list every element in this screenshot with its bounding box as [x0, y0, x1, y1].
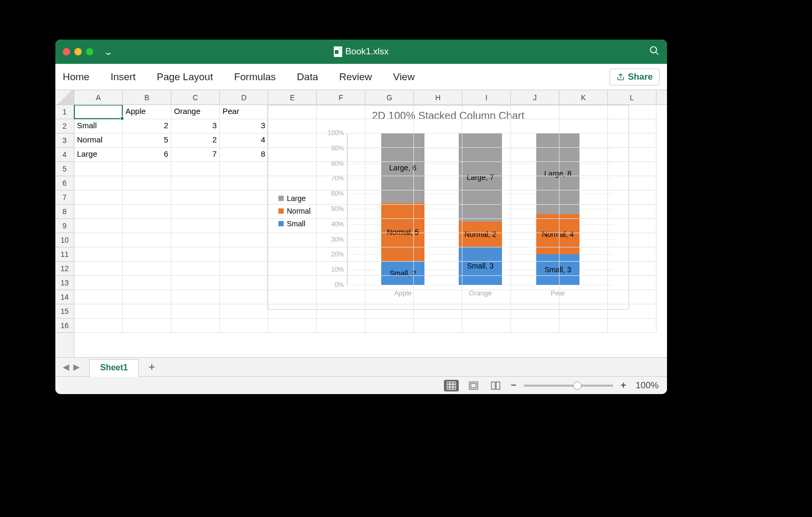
zoom-out-button[interactable]: −	[510, 380, 516, 391]
cell-C9[interactable]	[171, 219, 220, 233]
cell-H4[interactable]	[414, 148, 462, 162]
cell-D13[interactable]	[220, 276, 268, 290]
cell-E10[interactable]	[268, 233, 317, 247]
cell-J14[interactable]	[511, 290, 559, 304]
cell-B16[interactable]	[123, 319, 171, 333]
cell-J5[interactable]	[511, 162, 559, 176]
cell-G16[interactable]	[365, 319, 414, 333]
cell-B8[interactable]	[123, 205, 171, 219]
row-header-10[interactable]: 10	[55, 233, 74, 247]
cell-D10[interactable]	[220, 233, 268, 247]
column-header-B[interactable]: B	[123, 90, 171, 104]
column-header-C[interactable]: C	[171, 90, 220, 104]
row-header-6[interactable]: 6	[55, 176, 74, 190]
cell-I1[interactable]	[462, 105, 511, 119]
minimize-window-button[interactable]	[74, 48, 82, 55]
cell-J4[interactable]	[511, 148, 559, 162]
cell-C1[interactable]: Orange	[171, 105, 220, 119]
sheet-next-button[interactable]: ▶	[71, 362, 82, 372]
cell-A16[interactable]	[74, 319, 123, 333]
cell-J1[interactable]	[511, 105, 559, 119]
cell-E1[interactable]	[268, 105, 317, 119]
cell-B15[interactable]	[123, 304, 171, 319]
row-header-8[interactable]: 8	[55, 205, 74, 219]
cell-E13[interactable]	[268, 276, 317, 290]
cell-C15[interactable]	[171, 304, 220, 319]
cell-I16[interactable]	[462, 319, 511, 333]
cell-B10[interactable]	[123, 233, 171, 247]
cell-E7[interactable]	[268, 190, 317, 205]
cell-A10[interactable]	[74, 233, 123, 247]
cell-D3[interactable]: 4	[220, 133, 268, 148]
cell-G3[interactable]	[365, 133, 414, 148]
cell-B2[interactable]: 2	[123, 119, 171, 133]
search-button[interactable]	[649, 45, 660, 58]
cell-I15[interactable]	[462, 304, 511, 319]
cell-I4[interactable]	[462, 148, 511, 162]
cell-E3[interactable]	[268, 133, 317, 148]
cell-H10[interactable]	[414, 233, 462, 247]
maximize-window-button[interactable]	[86, 48, 93, 55]
cell-K14[interactable]	[559, 290, 608, 304]
cell-B12[interactable]	[123, 262, 171, 276]
cell-G11[interactable]	[365, 247, 414, 262]
cell-J9[interactable]	[511, 219, 559, 233]
cell-G13[interactable]	[365, 276, 414, 290]
cell-I8[interactable]	[462, 205, 511, 219]
cell-E2[interactable]	[268, 119, 317, 133]
cell-D14[interactable]	[220, 290, 268, 304]
cell-E11[interactable]	[268, 247, 317, 262]
cell-B6[interactable]	[123, 176, 171, 190]
ribbon-tab-view[interactable]: View	[393, 71, 415, 83]
cell-K5[interactable]	[559, 162, 608, 176]
cell-F7[interactable]	[317, 190, 365, 205]
cell-D15[interactable]	[220, 304, 268, 319]
cell-E6[interactable]	[268, 176, 317, 190]
cell-L5[interactable]	[608, 162, 656, 176]
cell-I6[interactable]	[462, 176, 511, 190]
cell-L8[interactable]	[608, 205, 656, 219]
cell-K15[interactable]	[559, 304, 608, 319]
cell-E9[interactable]	[268, 219, 317, 233]
column-header-L[interactable]: L	[608, 90, 656, 104]
ribbon-tab-page-layout[interactable]: Page Layout	[157, 71, 213, 83]
cell-K16[interactable]	[559, 319, 608, 333]
cell-D1[interactable]: Pear	[220, 105, 268, 119]
cell-B3[interactable]: 5	[123, 133, 171, 148]
cell-E5[interactable]	[268, 162, 317, 176]
cell-E12[interactable]	[268, 262, 317, 276]
cell-A4[interactable]: Large	[74, 148, 123, 162]
cell-I11[interactable]	[462, 247, 511, 262]
cell-A7[interactable]	[74, 190, 123, 205]
cell-K6[interactable]	[559, 176, 608, 190]
zoom-in-button[interactable]: +	[621, 380, 626, 391]
cell-C12[interactable]	[171, 262, 220, 276]
cell-B9[interactable]	[123, 219, 171, 233]
cell-L4[interactable]	[608, 148, 656, 162]
cell-C13[interactable]	[171, 276, 220, 290]
column-header-F[interactable]: F	[317, 90, 365, 104]
cell-G9[interactable]	[365, 219, 414, 233]
cell-I2[interactable]	[462, 119, 511, 133]
cell-L12[interactable]	[608, 262, 656, 276]
cell-J6[interactable]	[511, 176, 559, 190]
row-header-12[interactable]: 12	[55, 262, 74, 276]
cell-K3[interactable]	[559, 133, 608, 148]
cell-D8[interactable]	[220, 205, 268, 219]
cell-L9[interactable]	[608, 219, 656, 233]
cell-A11[interactable]	[74, 247, 123, 262]
column-header-H[interactable]: H	[414, 90, 462, 104]
cell-G15[interactable]	[365, 304, 414, 319]
cell-A2[interactable]: Small	[74, 119, 123, 133]
cell-L2[interactable]	[608, 119, 656, 133]
column-header-I[interactable]: I	[462, 90, 511, 104]
row-header-13[interactable]: 13	[55, 276, 74, 290]
cell-C11[interactable]	[171, 247, 220, 262]
cell-E4[interactable]	[268, 148, 317, 162]
cell-J15[interactable]	[511, 304, 559, 319]
cell-F16[interactable]	[317, 319, 365, 333]
column-header-G[interactable]: G	[365, 90, 414, 104]
row-header-5[interactable]: 5	[55, 162, 74, 176]
cell-G10[interactable]	[365, 233, 414, 247]
cell-I13[interactable]	[462, 276, 511, 290]
